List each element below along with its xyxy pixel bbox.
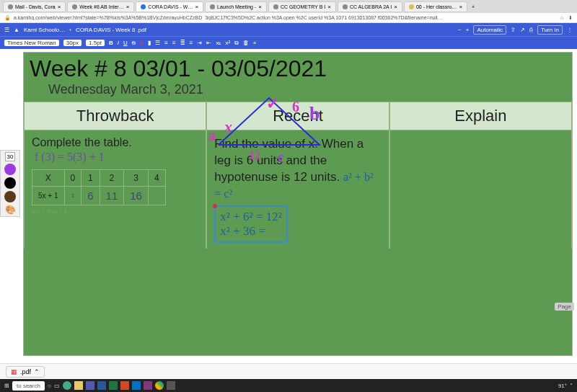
tab-mail[interactable]: Mail - Davis, Cora×: [3, 1, 66, 12]
superscript-icon[interactable]: x²: [225, 40, 230, 46]
download-icon[interactable]: ⬇: [568, 15, 573, 21]
tab-classroom[interactable]: 00 - Her classro…×: [404, 1, 467, 12]
align-center-icon[interactable]: ≣: [180, 40, 185, 46]
strike-button[interactable]: S: [132, 40, 136, 46]
document-canvas[interactable]: Week # 8 03/01 - 03/05/2021 Wednesday Ma…: [23, 52, 573, 356]
close-icon[interactable]: ×: [327, 4, 331, 10]
close-icon[interactable]: ×: [126, 4, 130, 10]
annot-check: ✓: [266, 94, 279, 113]
taskbar-search[interactable]: to search: [12, 381, 45, 391]
minus-icon[interactable]: −: [458, 27, 462, 33]
page-title: Week # 8 03/01 - 03/05/2021: [24, 53, 572, 82]
favicon-icon: [273, 4, 278, 9]
explain-cell: [389, 130, 572, 249]
annot-b: b: [309, 103, 320, 125]
size-select[interactable]: 30px: [63, 40, 82, 46]
q1-prompt: Complete the table.: [32, 136, 198, 149]
tab-algebra[interactable]: CC ALGEBRA 2A I×: [338, 1, 402, 12]
close-icon[interactable]: ×: [394, 4, 397, 10]
italic-button[interactable]: I: [118, 40, 119, 46]
star-icon[interactable]: ☆: [560, 15, 564, 21]
tab-week8[interactable]: Week #8 AB Inter…×: [67, 1, 134, 12]
favicon-icon: [210, 4, 215, 9]
downloads-shelf: ▦ .pdf ⌃: [0, 363, 577, 379]
pdf-icon: ▦: [11, 368, 17, 375]
close-icon[interactable]: ×: [58, 4, 61, 10]
palette-icon[interactable]: 🎨: [5, 205, 16, 215]
close-icon[interactable]: ×: [195, 4, 198, 10]
color-swatch-brown[interactable]: [4, 191, 16, 202]
font-select[interactable]: Times New Roman: [4, 40, 59, 46]
indent-icon[interactable]: ⇥: [197, 40, 202, 46]
bullet-icon[interactable]: ☰: [155, 40, 160, 46]
q1-note: f(0) = 5(0) + 1: [32, 208, 198, 215]
close-icon[interactable]: ×: [258, 4, 262, 10]
outlook-icon[interactable]: [132, 381, 141, 390]
tab-launch[interactable]: Launch Meeting -×: [205, 1, 267, 12]
edge-icon[interactable]: [63, 381, 71, 390]
site-lock-icon: 🔒: [4, 15, 11, 21]
annot-x: x: [224, 117, 232, 136]
fontcolor-button[interactable]: A: [140, 40, 144, 46]
align-left-icon[interactable]: ≡: [172, 40, 176, 46]
q1-function: f (3) = 5(3) + 1: [35, 151, 198, 164]
favicon-icon: [141, 4, 146, 9]
menu-icon[interactable]: ☰: [4, 27, 9, 33]
collapse-icon[interactable]: «: [253, 40, 256, 46]
tool-sidebar: 30 🎨: [0, 150, 20, 217]
ppt-icon[interactable]: [120, 381, 129, 390]
color-swatch-black[interactable]: [4, 177, 16, 189]
size-chip[interactable]: 30: [5, 152, 16, 161]
subscript-icon[interactable]: x₂: [216, 40, 221, 46]
align-right-icon[interactable]: ≡: [190, 40, 193, 46]
breadcrumb-file[interactable]: CORA DAVIS - Week 8 .pdf: [76, 27, 146, 33]
files-icon[interactable]: [74, 381, 83, 390]
annot-c: c: [278, 149, 284, 166]
export-icon[interactable]: ⇪: [511, 27, 516, 33]
underline-button[interactable]: U: [123, 40, 128, 46]
teams-icon[interactable]: [86, 381, 94, 390]
eq-step1: x² + 6² = 12²: [220, 210, 281, 224]
chevron-up-icon[interactable]: ⌃: [34, 368, 40, 375]
word-icon[interactable]: [97, 381, 106, 390]
breadcrumb-root[interactable]: Kami Schoolo…: [24, 27, 65, 33]
url-bar[interactable]: 🔒 a.kamihq.com/web/viewer.html?state=%7B…: [0, 13, 577, 23]
tray-up-icon[interactable]: ˄: [570, 383, 573, 389]
start-icon[interactable]: ⊞: [4, 383, 9, 389]
zoom-mode[interactable]: Automatic: [473, 25, 506, 35]
numlist-icon[interactable]: ≡: [164, 40, 168, 46]
trash-icon[interactable]: 🗑: [243, 40, 249, 46]
turnin-button[interactable]: Turn In: [537, 25, 563, 35]
weather-temp[interactable]: 91°: [558, 383, 567, 389]
stroke-select[interactable]: 1.5pt: [86, 40, 105, 46]
share-icon[interactable]: ↗: [520, 27, 525, 33]
color-swatch-purple[interactable]: [4, 164, 16, 175]
favicon-icon: [343, 4, 348, 9]
close-icon[interactable]: ×: [459, 4, 462, 10]
drive-icon[interactable]: ▲: [14, 27, 19, 33]
cortana-icon[interactable]: ○: [48, 383, 51, 389]
page-badge[interactable]: Page: [555, 303, 574, 311]
highlight-icon[interactable]: ▮: [148, 40, 151, 46]
copy-icon[interactable]: ⧉: [234, 40, 239, 47]
favicon-icon: [8, 4, 13, 9]
favicon-icon: [409, 4, 414, 9]
tab-cora-davis[interactable]: CORA DAVIS - W…×: [136, 1, 203, 12]
new-tab-button[interactable]: +: [469, 4, 477, 9]
tab-geometry[interactable]: CC GEOMETRY B I×: [268, 1, 336, 12]
equation-textbox[interactable]: x² + 6² = 12² x² + 36 =: [214, 205, 287, 243]
chrome-icon[interactable]: [155, 381, 164, 390]
textbox-handle-icon[interactable]: [213, 204, 217, 208]
print-icon[interactable]: ⎙: [529, 27, 533, 33]
app-icon[interactable]: [167, 381, 175, 390]
throwback-cell: Complete the table. f (3) = 5(3) + 1 X 0…: [24, 130, 206, 249]
download-chip[interactable]: ▦ .pdf ⌃: [6, 366, 45, 378]
plus-icon[interactable]: +: [466, 27, 470, 33]
kebab-icon[interactable]: ⋮: [567, 27, 573, 33]
taskview-icon[interactable]: ▭: [54, 383, 60, 389]
outdent-icon[interactable]: ⇤: [206, 40, 211, 46]
url-text: a.kamihq.com/web/viewer.html?state=%7B%i…: [14, 15, 443, 20]
onenote-icon[interactable]: [144, 381, 152, 390]
bold-button[interactable]: B: [109, 40, 113, 46]
excel-icon[interactable]: [109, 381, 118, 390]
